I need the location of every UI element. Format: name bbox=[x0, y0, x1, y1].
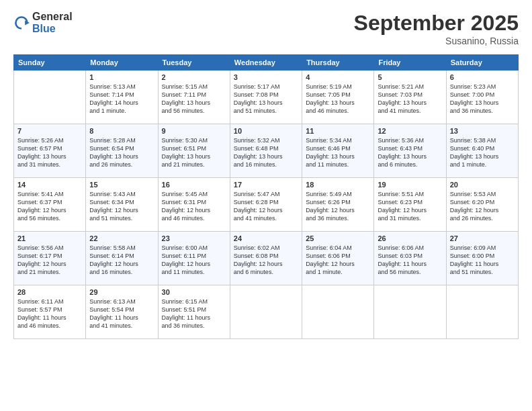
weekday-header-tuesday: Tuesday bbox=[158, 55, 230, 71]
title-block: September 2025 Susanino, Russia bbox=[354, 11, 519, 46]
cell-text: Sunrise: 5:53 AM Sunset: 6:20 PM Dayligh… bbox=[450, 190, 515, 223]
header: General Blue September 2025 Susanino, Ru… bbox=[13, 11, 519, 46]
cell-text: Sunrise: 5:43 AM Sunset: 6:34 PM Dayligh… bbox=[89, 190, 154, 223]
cell-text: Sunrise: 5:30 AM Sunset: 6:51 PM Dayligh… bbox=[162, 136, 226, 169]
day-number: 12 bbox=[378, 127, 442, 135]
cell-text: Sunrise: 5:36 AM Sunset: 6:43 PM Dayligh… bbox=[378, 136, 442, 169]
day-number: 10 bbox=[234, 127, 298, 135]
weekday-header-friday: Friday bbox=[374, 55, 446, 71]
day-number: 29 bbox=[89, 288, 154, 296]
cell-text: Sunrise: 5:15 AM Sunset: 7:11 PM Dayligh… bbox=[162, 83, 226, 116]
calendar-cell: 5Sunrise: 5:21 AM Sunset: 7:03 PM Daylig… bbox=[374, 71, 446, 124]
calendar-cell: 1Sunrise: 5:13 AM Sunset: 7:14 PM Daylig… bbox=[86, 71, 158, 124]
day-number: 30 bbox=[162, 288, 226, 296]
calendar-cell: 22Sunrise: 5:58 AM Sunset: 6:14 PM Dayli… bbox=[86, 232, 158, 285]
calendar-cell bbox=[374, 285, 446, 339]
cell-text: Sunrise: 5:38 AM Sunset: 6:40 PM Dayligh… bbox=[450, 136, 515, 169]
week-row-1: 7Sunrise: 5:26 AM Sunset: 6:57 PM Daylig… bbox=[14, 124, 519, 178]
calendar-cell: 18Sunrise: 5:49 AM Sunset: 6:26 PM Dayli… bbox=[302, 178, 374, 232]
calendar-cell: 7Sunrise: 5:26 AM Sunset: 6:57 PM Daylig… bbox=[14, 124, 86, 178]
calendar-cell: 27Sunrise: 6:09 AM Sunset: 6:00 PM Dayli… bbox=[446, 232, 518, 285]
cell-text: Sunrise: 6:06 AM Sunset: 6:03 PM Dayligh… bbox=[378, 244, 442, 277]
day-number: 19 bbox=[378, 181, 442, 189]
day-number: 13 bbox=[450, 127, 515, 135]
calendar-cell: 24Sunrise: 6:02 AM Sunset: 6:08 PM Dayli… bbox=[230, 232, 302, 285]
day-number: 26 bbox=[378, 234, 442, 242]
cell-text: Sunrise: 6:15 AM Sunset: 5:51 PM Dayligh… bbox=[162, 298, 226, 330]
calendar-cell: 2Sunrise: 5:15 AM Sunset: 7:11 PM Daylig… bbox=[158, 71, 230, 124]
day-number: 5 bbox=[378, 73, 442, 81]
day-number: 27 bbox=[450, 234, 515, 242]
cell-text: Sunrise: 5:41 AM Sunset: 6:37 PM Dayligh… bbox=[17, 190, 82, 223]
day-number: 8 bbox=[89, 127, 154, 135]
day-number: 18 bbox=[306, 181, 370, 189]
calendar-cell: 8Sunrise: 5:28 AM Sunset: 6:54 PM Daylig… bbox=[86, 124, 158, 178]
calendar-cell bbox=[230, 285, 302, 339]
week-row-0: 1Sunrise: 5:13 AM Sunset: 7:14 PM Daylig… bbox=[14, 71, 519, 124]
logo-icon bbox=[13, 15, 30, 31]
day-number: 6 bbox=[450, 73, 515, 81]
page: General Blue September 2025 Susanino, Ru… bbox=[0, 0, 532, 411]
day-number: 16 bbox=[162, 181, 226, 189]
calendar-cell: 10Sunrise: 5:32 AM Sunset: 6:48 PM Dayli… bbox=[230, 124, 302, 178]
day-number: 2 bbox=[162, 73, 226, 81]
day-number: 1 bbox=[89, 73, 154, 81]
cell-text: Sunrise: 5:26 AM Sunset: 6:57 PM Dayligh… bbox=[17, 136, 82, 169]
cell-text: Sunrise: 5:34 AM Sunset: 6:46 PM Dayligh… bbox=[306, 136, 370, 169]
calendar-cell: 15Sunrise: 5:43 AM Sunset: 6:34 PM Dayli… bbox=[86, 178, 158, 232]
cell-text: Sunrise: 5:45 AM Sunset: 6:31 PM Dayligh… bbox=[162, 190, 226, 223]
cell-text: Sunrise: 6:09 AM Sunset: 6:00 PM Dayligh… bbox=[450, 244, 515, 277]
week-row-2: 14Sunrise: 5:41 AM Sunset: 6:37 PM Dayli… bbox=[14, 178, 519, 232]
calendar-cell bbox=[302, 285, 374, 339]
day-number: 9 bbox=[162, 127, 226, 135]
weekday-header-wednesday: Wednesday bbox=[230, 55, 302, 71]
cell-text: Sunrise: 6:02 AM Sunset: 6:08 PM Dayligh… bbox=[234, 244, 298, 277]
calendar-cell: 12Sunrise: 5:36 AM Sunset: 6:43 PM Dayli… bbox=[374, 124, 446, 178]
cell-text: Sunrise: 6:04 AM Sunset: 6:06 PM Dayligh… bbox=[306, 244, 370, 277]
day-number: 3 bbox=[234, 73, 298, 81]
logo: General Blue bbox=[13, 11, 73, 34]
cell-text: Sunrise: 5:19 AM Sunset: 7:05 PM Dayligh… bbox=[306, 83, 370, 116]
calendar-table: SundayMondayTuesdayWednesdayThursdayFrid… bbox=[13, 54, 519, 339]
day-number: 25 bbox=[306, 234, 370, 242]
weekday-header-sunday: Sunday bbox=[14, 55, 86, 71]
location: Susanino, Russia bbox=[354, 36, 519, 46]
calendar-cell: 4Sunrise: 5:19 AM Sunset: 7:05 PM Daylig… bbox=[302, 71, 374, 124]
calendar-cell: 3Sunrise: 5:17 AM Sunset: 7:08 PM Daylig… bbox=[230, 71, 302, 124]
day-number: 21 bbox=[17, 234, 82, 242]
logo-general-text: General bbox=[32, 11, 73, 23]
calendar-cell: 23Sunrise: 6:00 AM Sunset: 6:11 PM Dayli… bbox=[158, 232, 230, 285]
day-number: 28 bbox=[17, 288, 82, 296]
day-number: 17 bbox=[234, 181, 298, 189]
cell-text: Sunrise: 5:51 AM Sunset: 6:23 PM Dayligh… bbox=[378, 190, 442, 223]
weekday-header-row: SundayMondayTuesdayWednesdayThursdayFrid… bbox=[14, 55, 519, 71]
weekday-header-thursday: Thursday bbox=[302, 55, 374, 71]
calendar-cell: 21Sunrise: 5:56 AM Sunset: 6:17 PM Dayli… bbox=[14, 232, 86, 285]
cell-text: Sunrise: 5:49 AM Sunset: 6:26 PM Dayligh… bbox=[306, 190, 370, 223]
cell-text: Sunrise: 5:23 AM Sunset: 7:00 PM Dayligh… bbox=[450, 83, 515, 116]
day-number: 7 bbox=[17, 127, 82, 135]
cell-text: Sunrise: 5:28 AM Sunset: 6:54 PM Dayligh… bbox=[89, 136, 154, 169]
cell-text: Sunrise: 6:11 AM Sunset: 5:57 PM Dayligh… bbox=[17, 298, 82, 330]
week-row-3: 21Sunrise: 5:56 AM Sunset: 6:17 PM Dayli… bbox=[14, 232, 519, 285]
calendar-cell: 25Sunrise: 6:04 AM Sunset: 6:06 PM Dayli… bbox=[302, 232, 374, 285]
logo-text: General Blue bbox=[32, 11, 73, 34]
cell-text: Sunrise: 5:58 AM Sunset: 6:14 PM Dayligh… bbox=[89, 244, 154, 277]
calendar-cell: 14Sunrise: 5:41 AM Sunset: 6:37 PM Dayli… bbox=[14, 178, 86, 232]
calendar-cell: 30Sunrise: 6:15 AM Sunset: 5:51 PM Dayli… bbox=[158, 285, 230, 339]
cell-text: Sunrise: 5:47 AM Sunset: 6:28 PM Dayligh… bbox=[234, 190, 298, 223]
calendar-cell bbox=[446, 285, 518, 339]
calendar-cell: 20Sunrise: 5:53 AM Sunset: 6:20 PM Dayli… bbox=[446, 178, 518, 232]
day-number: 4 bbox=[306, 73, 370, 81]
cell-text: Sunrise: 6:00 AM Sunset: 6:11 PM Dayligh… bbox=[162, 244, 226, 277]
month-title: September 2025 bbox=[354, 11, 519, 36]
cell-text: Sunrise: 5:56 AM Sunset: 6:17 PM Dayligh… bbox=[17, 244, 82, 277]
cell-text: Sunrise: 5:17 AM Sunset: 7:08 PM Dayligh… bbox=[234, 83, 298, 116]
week-row-4: 28Sunrise: 6:11 AM Sunset: 5:57 PM Dayli… bbox=[14, 285, 519, 339]
cell-text: Sunrise: 5:13 AM Sunset: 7:14 PM Dayligh… bbox=[89, 83, 154, 116]
weekday-header-saturday: Saturday bbox=[446, 55, 518, 71]
calendar-cell: 17Sunrise: 5:47 AM Sunset: 6:28 PM Dayli… bbox=[230, 178, 302, 232]
day-number: 24 bbox=[234, 234, 298, 242]
day-number: 11 bbox=[306, 127, 370, 135]
day-number: 15 bbox=[89, 181, 154, 189]
